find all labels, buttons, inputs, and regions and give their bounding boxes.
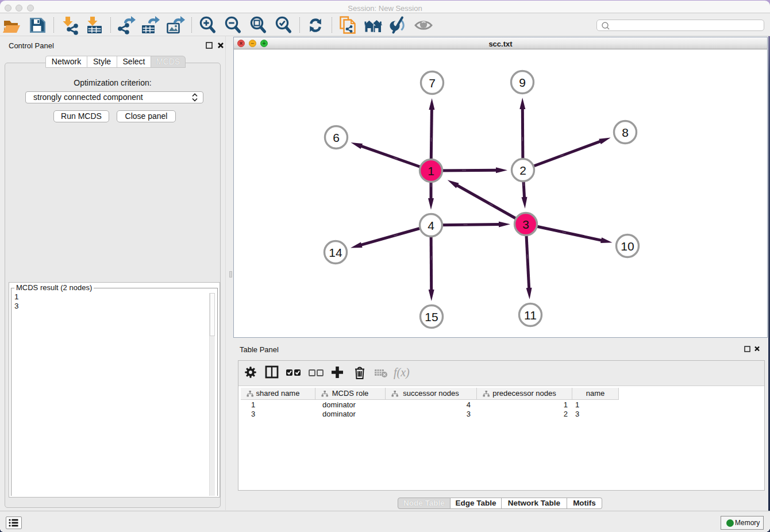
svg-text:6: 6 — [333, 131, 340, 144]
svg-text:3: 3 — [522, 218, 529, 231]
svg-text:11: 11 — [524, 309, 537, 322]
svg-text:f(x): f(x) — [394, 366, 410, 379]
svg-text:4: 4 — [428, 219, 434, 232]
svg-text:8: 8 — [622, 126, 629, 139]
svg-text:7: 7 — [429, 76, 436, 90]
svg-text:1: 1 — [428, 164, 434, 178]
svg-text:2: 2 — [519, 164, 526, 177]
svg-text:15: 15 — [425, 310, 438, 323]
svg-text:10: 10 — [621, 240, 634, 253]
svg-text:9: 9 — [519, 76, 526, 89]
svg-text:14: 14 — [329, 246, 342, 259]
